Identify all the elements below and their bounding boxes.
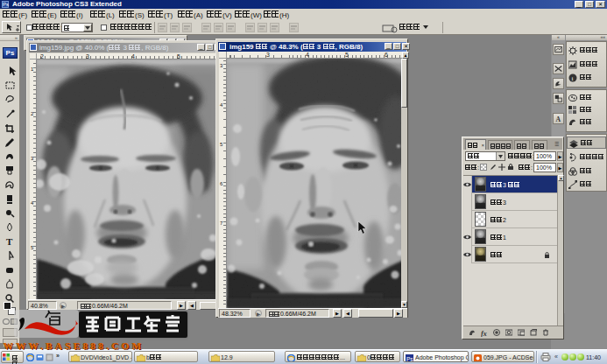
svg-text:T: T xyxy=(6,236,13,247)
svg-text:Ps: Ps xyxy=(406,356,413,362)
svg-text:fx: fx xyxy=(481,330,487,337)
svg-text:i: i xyxy=(572,75,574,82)
svg-text:A: A xyxy=(556,116,561,123)
